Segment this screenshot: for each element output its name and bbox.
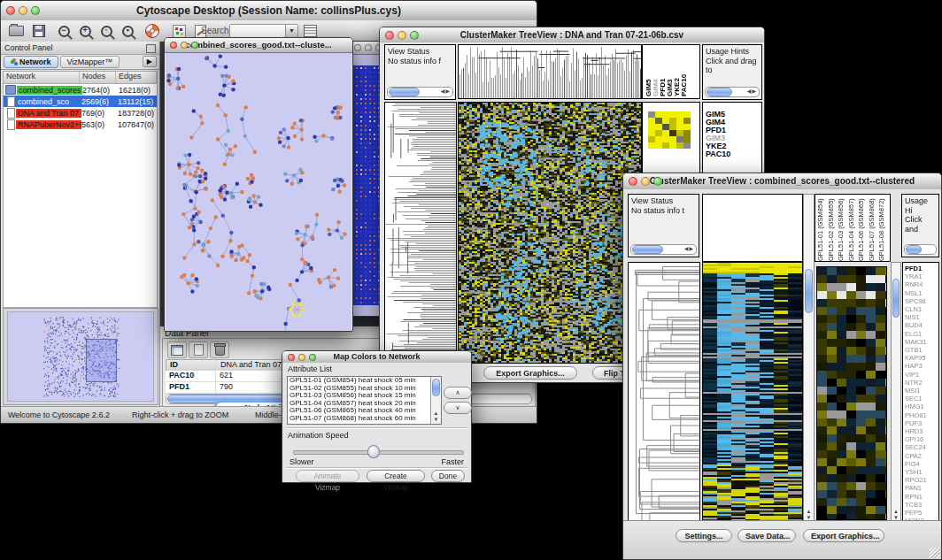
tv2-save-data-button[interactable]: Save Data... [737,529,796,542]
gene-label[interactable]: TCB3 [905,501,938,509]
gene-label[interactable]: SEC1 [905,395,938,403]
gene-label[interactable]: GTB1 [905,346,938,354]
attribute-item[interactable]: GPL51-07 (GSM868) heat shock 60 min [288,415,441,423]
main-titlebar[interactable]: Cytoscape Desktop (Session Name: collins… [1,1,537,21]
delete-attribute-button[interactable] [210,341,229,358]
close-icon[interactable] [6,6,15,15]
gene-label[interactable]: PUF3 [905,419,938,427]
net1-titlebar[interactable]: combined_scores_good.txt--cluste... [165,38,352,53]
create-vizmap-button[interactable]: Create Vizmap [367,470,425,482]
gene-label[interactable]: SEC24 [905,443,938,451]
dialog-titlebar[interactable]: Map Colors to Network [282,351,471,364]
tv2-detail-vscrollbar[interactable]: ▲▼ [891,262,901,523]
zoom-window-icon[interactable] [31,6,40,15]
close-icon[interactable] [354,44,361,51]
zoom-selected-button[interactable]: ▪ [118,23,137,39]
minimize-icon[interactable] [19,6,27,15]
zoom-window-icon[interactable] [309,354,316,361]
help-button[interactable] [143,23,162,39]
gene-label[interactable]: MAK31 [905,338,938,346]
gene-label[interactable]: RPN1 [905,493,938,501]
gene-label[interactable]: BUD4 [905,321,938,329]
gene-label[interactable]: RPO21 [905,476,938,484]
zoom-window-icon[interactable] [653,177,662,186]
chevron-down-icon[interactable]: ▼ [285,25,297,38]
zoom-fit-button[interactable]: ▫ [97,23,116,39]
gene-label[interactable]: MSI1 [905,387,938,395]
attribute-select-button[interactable] [167,341,187,358]
scrollbar-thumb[interactable] [389,88,420,96]
tab-network[interactable]: Network [4,56,58,68]
animate-vizmap-button[interactable]: Animate Vizmap [296,470,359,482]
view-status-scrollbar[interactable]: ◀▶ [630,244,697,255]
tv1-zoom-heatmap[interactable] [647,111,691,150]
gene-label[interactable]: YSH1 [905,468,938,476]
resize-grip[interactable] [930,548,940,558]
close-icon[interactable] [288,354,295,361]
gene-label[interactable]: KAP95 [905,354,938,362]
scroll-arrows-icon[interactable]: ◀▶ [441,88,451,96]
move-up-button[interactable]: ∧ [444,387,472,399]
done-button[interactable]: Done [431,470,465,482]
tv1-column-dendrogram[interactable] [458,44,642,99]
gene-label[interactable]: HMG1 [905,403,938,410]
tv2-column-dendrogram[interactable] [702,194,803,262]
gene-label[interactable]: NIS1 [905,313,938,321]
slider-thumb[interactable] [367,445,380,458]
window-controls[interactable] [288,354,316,361]
network-list-row[interactable]: combined_sco 2569(6) 13112(15) [4,96,157,107]
tv2-settings-button[interactable]: Settings... [676,529,732,542]
zoom-out-button[interactable]: − [54,23,73,39]
birdseye-panel[interactable] [3,308,158,405]
tv2-zoom-heatmap[interactable] [816,266,887,520]
close-icon[interactable] [629,177,637,186]
gene-label[interactable]: NTR2 [905,379,938,387]
scroll-arrows-icon[interactable]: ◀▶ [684,245,694,253]
gene-label[interactable]: VIP1 [905,371,938,379]
zoom-window-icon[interactable] [410,31,419,40]
minimize-icon[interactable] [365,44,372,51]
tv2-export-graphics-button[interactable]: Export Graphics... [803,529,884,542]
close-icon[interactable] [170,42,177,49]
gene-label[interactable]: YRA1 [905,272,938,280]
scroll-arrows-icon[interactable]: ◀▶ [747,88,757,96]
scrollbar-thumb[interactable] [706,88,732,96]
usage-hints-scrollbar[interactable] [904,244,937,255]
window-controls[interactable] [385,31,419,40]
scrollbar-thumb[interactable] [805,269,813,313]
tv1-global-heatmap[interactable] [458,102,642,364]
attribute-list[interactable]: GPL51-01 (GSM854) heat shock 05 minGPL51… [287,376,442,425]
gene-label[interactable]: CPA2 [905,452,938,460]
gene-label[interactable]: RNR4 [905,280,938,288]
scroll-arrows-icon[interactable]: ▲▼ [431,410,441,423]
gene-label[interactable]: SPC98 [905,297,938,305]
scrollbar-thumb[interactable] [632,245,663,254]
scroll-arrows-icon[interactable]: ▲▼ [892,509,900,521]
tab-vizmapper[interactable]: VizMapper™ [60,56,120,68]
minimize-icon[interactable] [641,177,650,186]
gene-label[interactable]: PHO81 [905,411,938,419]
minimize-icon[interactable] [298,354,305,361]
move-down-button[interactable]: ∨ [444,402,472,414]
network-canvas-1[interactable] [166,53,351,331]
tv2-global-heatmap[interactable] [702,262,803,523]
usage-hints-scrollbar[interactable]: ◀▶ [705,87,760,97]
attribute-list-scrollbar[interactable]: ▲▼ [430,377,441,424]
network-list-row[interactable]: RNAPuberNov2+! 563(0) 107847(0) [4,119,157,130]
gene-label[interactable]: GPI16 [905,435,938,443]
window-controls[interactable] [629,177,662,186]
new-attribute-button[interactable] [189,341,208,358]
tv2-row-dendrogram[interactable] [628,262,700,523]
window-controls[interactable] [170,42,198,49]
gene-label[interactable]: FIG4 [905,460,938,468]
gene-label[interactable]: ELG1 [905,330,938,338]
row-label[interactable]: PAC10 [706,150,761,158]
birdseye-canvas[interactable] [7,311,154,402]
scrollbar-thumb[interactable] [432,379,440,396]
tv1-export-graphics-button[interactable]: Export Graphics... [483,366,577,380]
gene-label[interactable]: PAN1 [905,484,938,492]
tv2-main-vscrollbar[interactable]: ▲▼ [803,194,815,523]
tab-overflow-button[interactable]: ▶ [143,56,157,67]
scroll-arrows-icon[interactable]: ▲▼ [804,509,814,521]
minimize-icon[interactable] [181,42,188,49]
